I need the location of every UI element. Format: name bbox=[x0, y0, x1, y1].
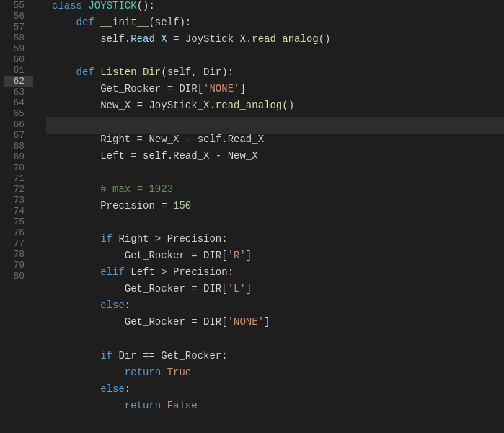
line-number: 80 bbox=[4, 271, 33, 281]
code-line: Left = self.Read_X - New_X bbox=[46, 150, 504, 167]
code-line: else: bbox=[46, 299, 504, 316]
code-line: if Dir == Get_Rocker: bbox=[46, 350, 504, 367]
code-line: def Listen_Dir(self, Dir): bbox=[46, 66, 504, 83]
code-line bbox=[46, 416, 504, 433]
line-number: 68 bbox=[4, 141, 33, 152]
line-number: 60 bbox=[4, 54, 33, 65]
line-number: 69 bbox=[4, 152, 33, 162]
code-line: def __init__(self): bbox=[46, 17, 504, 33]
line-number: 70 bbox=[4, 162, 33, 173]
code-line bbox=[46, 216, 504, 233]
code-line: return False bbox=[46, 400, 504, 416]
line-number: 77 bbox=[4, 238, 33, 249]
code-line: elif Left > Precision: bbox=[46, 266, 504, 283]
code-line: Get_Rocker = DIR['NONE'] bbox=[46, 316, 504, 333]
code-line: Get_Rocker = DIR['NONE'] bbox=[46, 83, 504, 100]
line-number: 73 bbox=[4, 195, 33, 206]
code-line: return True bbox=[46, 367, 504, 383]
line-number: 61 bbox=[4, 65, 33, 76]
line-number: 65 bbox=[4, 108, 33, 119]
line-number: 76 bbox=[4, 227, 33, 238]
code-line: self.Read_X = JoyStick_X.read_analog() bbox=[46, 33, 504, 50]
code-editor: 5556575859606162636465666768697071727374… bbox=[0, 0, 504, 433]
code-line: if Right > Precision: bbox=[46, 233, 504, 250]
line-number: 78 bbox=[4, 249, 33, 260]
line-number: 64 bbox=[4, 97, 33, 108]
line-number: 57 bbox=[4, 22, 33, 32]
code-line bbox=[46, 50, 504, 66]
line-number: 59 bbox=[4, 43, 33, 54]
line-number: 71 bbox=[4, 173, 33, 184]
line-numbers-column: 5556575859606162636465666768697071727374… bbox=[0, 0, 40, 433]
code-line: New_X = JoyStick_X.read_analog() bbox=[46, 100, 504, 116]
line-number: 74 bbox=[4, 206, 33, 216]
code-line: Precision = 150 bbox=[46, 200, 504, 216]
line-number: 58 bbox=[4, 32, 33, 43]
code-line bbox=[46, 117, 504, 134]
line-number: 72 bbox=[4, 184, 33, 195]
code-line bbox=[46, 167, 504, 183]
code-line: class JOYSTICK(): bbox=[46, 0, 504, 17]
code-line bbox=[46, 333, 504, 350]
code-lines-column: class JOYSTICK(): def __init__(self): se… bbox=[40, 0, 504, 433]
line-number: 66 bbox=[4, 119, 33, 130]
line-number: 79 bbox=[4, 260, 33, 271]
line-number: 62 bbox=[4, 76, 33, 87]
line-number: 67 bbox=[4, 130, 33, 141]
code-line: Get_Rocker = DIR['L'] bbox=[46, 283, 504, 299]
line-number: 75 bbox=[4, 216, 33, 227]
line-number: 56 bbox=[4, 11, 33, 22]
line-number: 55 bbox=[4, 0, 33, 11]
code-line: Right = New_X - self.Read_X bbox=[46, 134, 504, 150]
code-line: # max = 1023 bbox=[46, 183, 504, 200]
code-line: Get_Rocker = DIR['R'] bbox=[46, 250, 504, 266]
code-line: else: bbox=[46, 383, 504, 400]
line-number: 63 bbox=[4, 87, 33, 97]
